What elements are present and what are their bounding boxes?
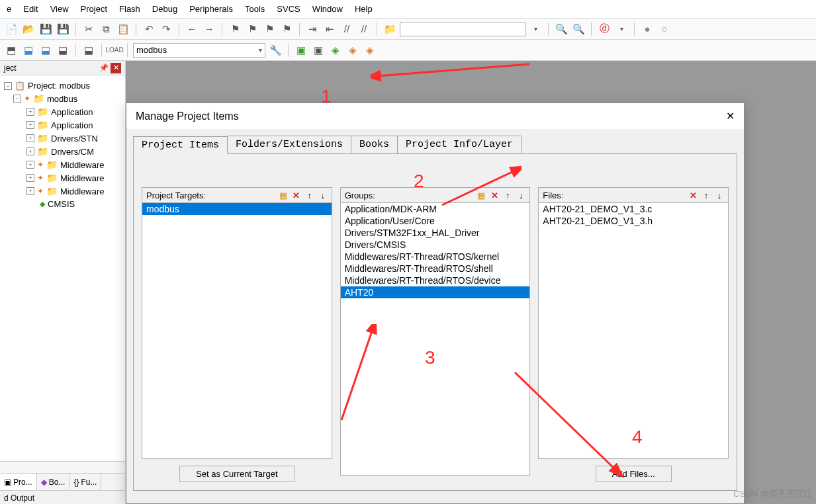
menu-item[interactable]: SVCS [277,4,300,14]
tab-books[interactable]: Books [351,136,398,153]
list-item[interactable]: AHT20-21_DEMO_V1_3.c [539,203,728,215]
target-select[interactable]: modbus ▾ [133,43,265,58]
list-item[interactable]: Drivers/STM32F1xx_HAL_Driver [341,227,530,239]
stop-build-icon[interactable]: ⬓ [81,43,96,58]
debug-icon[interactable]: ⓓ [597,22,612,36]
bookmark-next-icon[interactable]: ⚑ [262,22,277,36]
tree-group[interactable]: +✦📁Middleware [1,185,124,198]
expand-icon[interactable]: + [26,108,34,116]
pin-icon[interactable]: 📌 [99,63,109,73]
delete-icon[interactable]: ✕ [488,189,500,201]
menu-item[interactable]: Tools [245,4,265,14]
tab-project-items[interactable]: Project Items [133,136,228,154]
new-item-icon[interactable]: ▦ [277,189,289,201]
menu-item[interactable]: Debug [152,4,177,14]
project-tree[interactable]: − 📋 Project: modbus − ✦ 📁 modbus +📁Appli… [0,75,125,461]
move-up-icon[interactable]: ↑ [502,189,514,201]
list-item[interactable]: modbus [142,203,332,215]
chevron-down-icon[interactable]: ▾ [528,22,543,36]
menu-item[interactable]: e [7,4,11,14]
menu-item[interactable]: Project [81,4,107,14]
list-item[interactable]: Application/MDK-ARM [341,203,530,215]
menu-item[interactable]: Peripherals [189,4,233,14]
expand-icon[interactable]: + [26,147,34,155]
outdent-icon[interactable]: ⇤ [322,22,337,36]
redo-icon[interactable]: ↷ [159,22,173,36]
targets-list[interactable]: modbus [142,202,332,459]
delete-icon[interactable]: ✕ [687,189,699,201]
list-item[interactable]: Middlewares/RT-Thread/RTOS/device [341,274,530,286]
expand-icon[interactable]: + [26,161,34,169]
tree-group[interactable]: +📁Application [1,118,124,132]
undo-icon[interactable]: ↶ [142,22,156,36]
open-icon[interactable]: 📂 [21,22,36,36]
bookmark-prev-icon[interactable]: ⚑ [245,22,259,36]
save-icon[interactable]: 💾 [38,22,53,36]
sidebar-tab-project[interactable]: ▣Pro... [0,474,37,490]
nav-fwd-icon[interactable]: → [202,22,216,36]
breakpoint-icon[interactable]: ● [640,22,655,36]
nav-back-icon[interactable]: ← [185,22,199,36]
comment-icon[interactable]: // [340,22,354,36]
batch-build-icon[interactable]: ⬓ [56,43,70,58]
new-file-icon[interactable]: 📄 [4,22,19,36]
breakpoint-disable-icon[interactable]: ○ [657,22,672,36]
list-item[interactable]: Middlewares/RT-Thread/RTOS/kernel [341,251,530,263]
copy-icon[interactable]: ⧉ [99,22,113,36]
tab-folders-extensions[interactable]: Folders/Extensions [227,136,351,153]
expand-icon[interactable]: + [26,134,34,142]
expand-icon[interactable]: + [26,187,34,195]
list-item[interactable]: AHT20 [341,286,530,298]
tree-group[interactable]: +📁Drivers/STN [1,132,124,145]
close-icon[interactable]: ✕ [111,63,121,73]
uncomment-icon[interactable]: // [357,22,371,36]
find-files-icon[interactable]: 🔍 [571,22,586,36]
list-item[interactable]: AHT20-21_DEMO_V1_3.h [539,215,728,227]
menu-item[interactable]: Window [312,4,343,14]
tree-group[interactable]: +✦📁Middleware [1,158,124,171]
list-item[interactable]: Drivers/CMSIS [341,239,530,251]
groups-list[interactable]: Application/MDK-ARM Application/User/Cor… [340,202,531,476]
list-item[interactable]: Application/User/Core [341,215,530,227]
expand-icon[interactable]: + [26,174,34,182]
menu-item[interactable]: Edit [23,4,38,14]
bookmark-clear-icon[interactable]: ⚑ [279,22,294,36]
move-up-icon[interactable]: ↑ [304,189,316,201]
tree-target[interactable]: − ✦ 📁 modbus [1,92,124,105]
collapse-icon[interactable]: − [4,82,12,90]
manage-targets-icon[interactable]: ▣ [294,43,308,58]
pack-installer-icon[interactable]: ◈ [328,43,343,58]
move-down-icon[interactable]: ↓ [713,189,725,201]
new-item-icon[interactable]: ▦ [475,189,487,201]
expand-icon[interactable]: + [26,121,34,129]
build-icon[interactable]: ⬓ [21,43,36,58]
manage-layers-icon[interactable]: ◈ [363,43,377,58]
menu-item[interactable]: View [50,4,69,14]
collapse-icon[interactable]: − [13,95,21,103]
tree-cmsis[interactable]: ◆CMSIS [1,198,124,210]
menu-item[interactable]: Help [355,4,373,14]
indent-icon[interactable]: ⇥ [305,22,320,36]
find-combo[interactable] [400,22,525,36]
set-current-target-button[interactable]: Set as Current Target [179,466,294,482]
move-up-icon[interactable]: ↑ [700,189,712,201]
tree-group[interactable]: +✦📁Middleware [1,171,124,185]
download-icon[interactable]: LOAD [107,43,122,58]
sidebar-tab-functions[interactable]: {}Fu... [69,474,101,490]
options-icon[interactable]: 🔧 [268,43,283,58]
folder-option-icon[interactable]: 📁 [383,22,397,36]
manage-rte-icon[interactable]: ◈ [345,43,360,58]
tree-group[interactable]: +📁Drivers/CM [1,145,124,158]
tab-project-info[interactable]: Project Info/Layer [397,136,521,153]
manage-components-icon[interactable]: ▣ [311,43,326,58]
bookmark-icon[interactable]: ⚑ [228,22,242,36]
add-files-button[interactable]: Add Files... [596,466,672,482]
move-down-icon[interactable]: ↓ [515,189,527,201]
move-down-icon[interactable]: ↓ [317,189,329,201]
files-list[interactable]: AHT20-21_DEMO_V1_3.c AHT20-21_DEMO_V1_3.… [538,202,729,459]
rebuild-icon[interactable]: ⬓ [38,43,53,58]
translate-icon[interactable]: ⬒ [4,43,19,58]
save-all-icon[interactable]: 💾 [56,22,70,36]
menu-item[interactable]: Flash [119,4,140,14]
tree-root[interactable]: − 📋 Project: modbus [1,79,124,92]
